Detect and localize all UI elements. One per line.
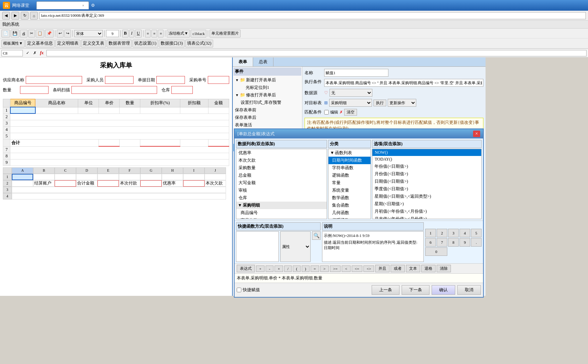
supplier-input[interactable] <box>26 76 82 84</box>
tree-item-modify[interactable]: ▼ 📁 修改打开表单后 <box>233 91 301 99</box>
cat-math[interactable]: 数学函数 <box>328 194 371 202</box>
key-1[interactable]: 1 <box>425 229 436 237</box>
align-center-btn[interactable]: ≡ <box>151 30 157 37</box>
cut-btn[interactable]: ✂ <box>28 30 35 37</box>
underline-btn[interactable]: U <box>135 30 142 37</box>
col-d[interactable]: D <box>76 167 97 174</box>
op-neq[interactable]: <> <box>363 266 374 272</box>
cell-e2-amt-val[interactable] <box>97 180 119 187</box>
cell-c2-acct-val[interactable] <box>55 180 76 187</box>
cat-geo[interactable]: 几何函数 <box>328 209 371 217</box>
op-multiply[interactable]: × <box>275 266 283 272</box>
key-6[interactable]: 6 <box>425 238 436 247</box>
row-4-content[interactable] <box>12 193 226 199</box>
cell-g2-payment-val[interactable] <box>140 180 162 187</box>
griddef-btn[interactable]: 定义明细表 <box>55 40 80 47</box>
cat-logic[interactable]: 逻辑函数 <box>328 172 371 179</box>
op-gte[interactable]: >= <box>330 266 341 272</box>
detail-cell[interactable] <box>99 107 120 113</box>
check-btn[interactable]: ✓ <box>24 50 31 56</box>
opt-day[interactable]: 日期值(<日期值>) <box>372 178 481 185</box>
align-left-btn[interactable]: ≡ <box>145 30 151 37</box>
col-f[interactable]: F <box>119 167 140 174</box>
detail-cell[interactable] <box>180 107 208 113</box>
undo-btn[interactable]: ↩ <box>57 30 64 37</box>
cell-d1[interactable] <box>76 174 97 180</box>
opt-monthend[interactable]: 月末值(<年份值>,<月份值>) <box>372 215 481 219</box>
cat-aggregate[interactable]: 集合函数 <box>328 202 371 209</box>
date-input[interactable] <box>156 76 185 84</box>
key-8[interactable]: 8 <box>448 238 459 247</box>
op-expr[interactable]: 表达式 <box>237 265 255 272</box>
detail-cell[interactable] <box>208 107 229 113</box>
key-2[interactable]: 2 <box>437 229 447 237</box>
col-j[interactable]: J <box>205 167 226 174</box>
key-5[interactable]: 5 <box>471 229 482 237</box>
new-btn[interactable]: 📄 <box>1 30 10 37</box>
detail-cell[interactable] <box>10 159 229 166</box>
cat-currency[interactable]: 货币函数 <box>328 217 371 219</box>
cat-string[interactable]: 字符串函数 <box>328 164 371 172</box>
key-9[interactable]: 9 <box>459 238 470 247</box>
opt-now[interactable]: NOW() <box>372 149 481 156</box>
cancel-formula-btn[interactable]: ✗ <box>31 50 38 56</box>
col-b[interactable]: B <box>33 167 55 174</box>
key-7[interactable]: 7 <box>437 238 447 247</box>
cell-j1[interactable] <box>205 174 226 180</box>
quickfunc-list[interactable] <box>236 231 279 262</box>
opt-year[interactable]: 年份值(<日期值>) <box>372 163 481 170</box>
datalist-item-totalamt[interactable]: 总金额 <box>236 172 327 179</box>
tree-item-cursor[interactable]: 光标定位到1 <box>233 84 301 91</box>
cell-j2-debt[interactable]: 本次欠款 <box>205 180 226 187</box>
back-btn[interactable]: ◀ <box>2 12 10 20</box>
warehouse-input[interactable] <box>171 86 193 94</box>
expr-result[interactable]: 本表单.采购明细.单价 * 本表单.采购明细.数量 <box>235 273 483 283</box>
detail-cell[interactable] <box>78 107 99 113</box>
cat-const[interactable]: 常量 <box>328 179 371 187</box>
col-h[interactable]: H <box>162 167 183 174</box>
datalist-item-audit[interactable]: 审核 <box>236 187 327 194</box>
cell-i2-discrate-val[interactable] <box>183 180 205 187</box>
name-input[interactable] <box>324 69 388 77</box>
col-g[interactable]: G <box>140 167 162 174</box>
datalist-code[interactable]: 商品编号 <box>236 209 327 217</box>
execond-input[interactable] <box>324 79 483 87</box>
align-right-btn[interactable]: ≡ <box>158 30 164 37</box>
detail-cell[interactable] <box>10 146 229 153</box>
op-clear[interactable]: 清除 <box>437 265 451 272</box>
key-4[interactable]: 4 <box>459 229 470 237</box>
op-divide[interactable]: / <box>284 266 292 272</box>
opt-quarter[interactable]: 季度值(<日期值>) <box>372 185 481 193</box>
cell-f1[interactable] <box>119 174 140 180</box>
opt-weekday[interactable]: 星期值(<日期值>,<返回类型>) <box>372 193 481 200</box>
op-lte[interactable]: <= <box>352 266 362 272</box>
cell-h2-discrate[interactable]: 优惠率 <box>162 180 183 187</box>
detail-cell[interactable] <box>10 107 35 113</box>
datalist-item-bigamt[interactable]: 大写金额 <box>236 179 327 187</box>
op-eq[interactable]: = <box>311 266 319 272</box>
detail-cell[interactable] <box>10 120 229 126</box>
op-gt[interactable]: > <box>320 266 329 272</box>
cell-ref-input[interactable] <box>1 50 23 56</box>
datalist-item-warehouse[interactable]: 仓库 <box>236 194 327 202</box>
opt-monthstart[interactable]: 月初值(<年份值>,<月份值>) <box>372 208 481 215</box>
fx-btn[interactable]: fx <box>39 50 45 56</box>
op-minus[interactable]: - <box>266 266 273 272</box>
attr-select[interactable]: 属性 <box>280 231 311 262</box>
cellcolor-btn[interactable]: c1black <box>191 30 206 37</box>
freeze-btn[interactable]: 冻结格式▼ <box>167 30 190 37</box>
save-btn[interactable]: 💾 <box>11 30 19 37</box>
cell-b2-acct[interactable]: 结算账户 <box>33 180 55 187</box>
detail-cell[interactable] <box>10 133 229 139</box>
detail-cell[interactable] <box>10 153 229 159</box>
paste-btn[interactable]: 📌 <box>45 30 54 37</box>
datainterface-btn[interactable]: 数据接口(3) <box>159 40 185 47</box>
qty-input[interactable] <box>20 86 49 94</box>
key-dot[interactable]: . <box>471 238 482 247</box>
cell-c1[interactable] <box>55 174 76 180</box>
target-select[interactable]: 采购明细 <box>329 99 372 107</box>
detail-cell[interactable] <box>10 113 229 120</box>
tab-total[interactable]: 总表 <box>253 57 273 66</box>
tree-item-saveafter[interactable]: 保存表单后 <box>233 114 301 121</box>
template-prop-btn[interactable]: 模板属性▼ <box>1 40 25 47</box>
